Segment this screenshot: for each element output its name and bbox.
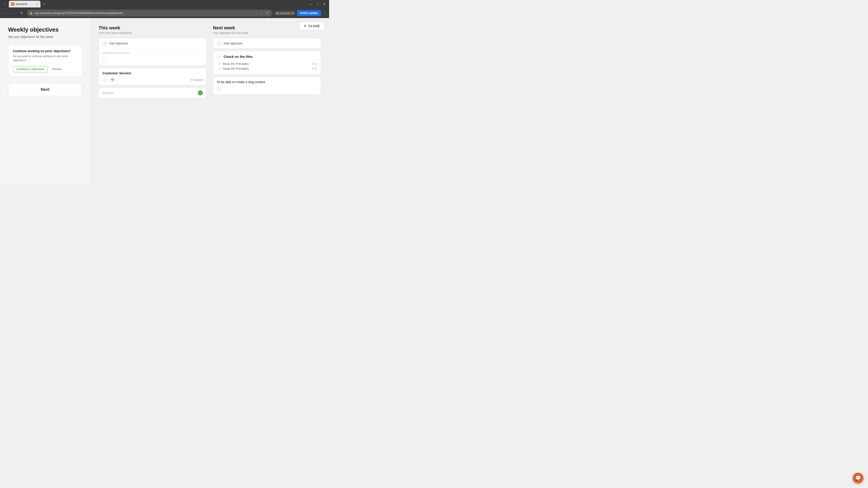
add-objective-label-next: Add objective: [223, 41, 243, 45]
list-item: ✓ Study the Principles 0:10: [219, 61, 317, 66]
cs-calendar-icon[interactable]: 📅: [110, 77, 115, 83]
list-item: ✓ Study the Principles 0:20: [219, 66, 317, 71]
vlog-card: To be able to create a vlog content ✓: [213, 76, 321, 95]
next-button[interactable]: Next: [8, 83, 82, 96]
cof-check-icon[interactable]: ✓: [217, 54, 221, 59]
prior-objectives-card: Continue working on prior objectives? Do…: [8, 45, 82, 76]
cs-check-icon[interactable]: ✓: [102, 77, 108, 83]
check-on-files-card: ✓ Check on the files ✓ Study the Princip…: [213, 51, 321, 74]
close-button[interactable]: ✕ CLOSE: [299, 22, 324, 30]
add-objective-card-this-week[interactable]: + Add objective Objective description...…: [98, 38, 207, 66]
this-week-subtitle: Your most recent objectives: [98, 31, 207, 35]
tab-favicon: S: [11, 2, 14, 6]
sub-time-2: 0:20: [312, 67, 317, 70]
cof-title: Check on the files: [223, 55, 252, 59]
browser-menu-icon[interactable]: ⋮: [323, 11, 327, 15]
right-content: ✕ CLOSE This week Your most recent objec…: [90, 18, 329, 184]
objective-desc-placeholder: Objective description...: [102, 51, 132, 55]
back-button[interactable]: ←: [2, 10, 8, 16]
prior-card-title: Continue working on prior objectives?: [13, 49, 77, 53]
add-objective-row-next[interactable]: + Add objective: [213, 38, 321, 48]
add-objective-row[interactable]: + Add objective: [99, 38, 206, 48]
prior-card-desc: Do you want to continue working on your …: [13, 54, 77, 62]
sub-check-icon-1: ✓: [219, 62, 221, 66]
next-week-subtitle: Your objectives for next week: [213, 31, 321, 35]
sidebar-toggle-icon[interactable]: ☷: [265, 11, 270, 15]
sub-label-1: Study the Principles: [223, 62, 310, 66]
add-objective-card-next-week[interactable]: + Add objective: [213, 38, 321, 48]
add-icon-next: +: [217, 41, 221, 46]
sub-items-list: ✓ Study the Principles 0:10 ✓ Study the …: [217, 61, 317, 71]
reload-button[interactable]: ↻: [19, 10, 25, 16]
add-objective-label: Add objective: [109, 41, 128, 45]
address-bar[interactable]: 🔒 app.sunsama.com/group/1703182764469638…: [27, 10, 272, 17]
continue-objectives-button[interactable]: Continue 2 objectives: [13, 66, 48, 72]
sub-check-icon-2: ✓: [219, 67, 221, 70]
customer-service-title: Customer Service: [102, 71, 203, 75]
finish-update-button[interactable]: Finish update: [297, 10, 321, 16]
vlog-title: To be able to create a vlog content: [217, 80, 317, 85]
tab-label: Sunsama: [16, 2, 27, 6]
incognito-badge: 🕵 Incognito (2): [274, 11, 296, 15]
bookmark-icon[interactable]: ☆: [259, 11, 264, 15]
objective-description-area[interactable]: Objective description...: [99, 48, 206, 57]
channel-tag: # channel: [191, 78, 203, 82]
tab-item[interactable]: S Sunsama ✕: [9, 1, 40, 7]
left-sidebar: Weekly objectives Set your objectives fo…: [0, 18, 90, 184]
tab-close-icon[interactable]: ✕: [36, 2, 38, 6]
this-week-column: This week Your most recent objectives + …: [98, 25, 207, 177]
sub-time-1: 0:10: [312, 62, 317, 66]
add-icon: +: [102, 41, 107, 46]
url-text: app.sunsama.com/group/17031827644696380/…: [35, 11, 123, 15]
describe-check-icon[interactable]: ✓: [198, 90, 203, 95]
lock-icon: 🔒: [29, 11, 33, 15]
new-tab-button[interactable]: +: [41, 1, 47, 7]
dismiss-button[interactable]: Dismiss: [50, 66, 64, 72]
describe-card: describe ✓: [98, 88, 207, 98]
vlog-check-icon[interactable]: ✓: [217, 87, 221, 91]
hash-icon: #: [191, 78, 192, 82]
tab-back-button[interactable]: ‹: [2, 1, 8, 7]
next-week-column: Next week Your objectives for next week …: [213, 25, 321, 177]
forward-button[interactable]: →: [10, 10, 17, 16]
sub-label-2: Study the Principles: [223, 67, 310, 70]
close-x-icon: ✕: [304, 24, 307, 28]
incognito-icon: 🕵: [276, 12, 279, 15]
objective-check-circle[interactable]: ✓: [102, 59, 107, 63]
restore-button[interactable]: □: [315, 1, 320, 7]
customer-service-card: Customer Service ✓ 📅 # channel: [98, 68, 207, 85]
describe-text: describe: [102, 91, 114, 95]
this-week-title: This week: [98, 25, 207, 31]
page-title: Weekly objectives: [8, 26, 82, 33]
window-close-button[interactable]: ✕: [321, 1, 327, 7]
page-subtitle: Set your objectives for the week.: [8, 35, 82, 39]
minimize-button[interactable]: —: [308, 1, 314, 7]
